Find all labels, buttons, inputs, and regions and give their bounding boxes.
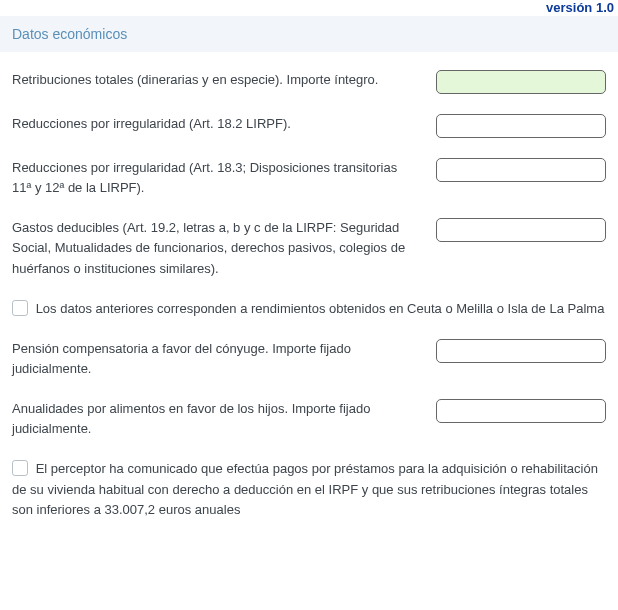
row-anualidades: Anualidades por alimentos en favor de lo…: [0, 393, 618, 453]
version-label: versión 1.0: [546, 0, 614, 15]
row-reducciones-182: Reducciones por irregularidad (Art. 18.2…: [0, 108, 618, 152]
label-pension-comp: Pensión compensatoria a favor del cónyug…: [12, 339, 416, 379]
label-checkbox-prestamos: El perceptor ha comunicado que efectúa p…: [12, 461, 598, 516]
label-retribuciones: Retribuciones totales (dinerarias y en e…: [12, 70, 416, 90]
label-reducciones-182: Reducciones por irregularidad (Art. 18.2…: [12, 114, 416, 134]
input-retribuciones[interactable]: [436, 70, 606, 94]
label-gastos-deducibles: Gastos deducibles (Art. 19.2, letras a, …: [12, 218, 416, 278]
checkbox-ceuta-melilla[interactable]: [12, 300, 28, 316]
row-retribuciones: Retribuciones totales (dinerarias y en e…: [0, 64, 618, 108]
label-reducciones-183: Reducciones por irregularidad (Art. 18.3…: [12, 158, 416, 198]
label-anualidades: Anualidades por alimentos en favor de lo…: [12, 399, 416, 439]
checkbox-prestamos[interactable]: [12, 460, 28, 476]
input-reducciones-182[interactable]: [436, 114, 606, 138]
input-reducciones-183[interactable]: [436, 158, 606, 182]
row-reducciones-183: Reducciones por irregularidad (Art. 18.3…: [0, 152, 618, 212]
section-header-economicos: Datos económicos: [0, 16, 618, 52]
row-checkbox-prestamos: El perceptor ha comunicado que efectúa p…: [0, 453, 618, 533]
input-pension-comp[interactable]: [436, 339, 606, 363]
row-gastos-deducibles: Gastos deducibles (Art. 19.2, letras a, …: [0, 212, 618, 292]
label-checkbox-ceuta: Los datos anteriores corresponden a rend…: [36, 301, 605, 316]
input-gastos-deducibles[interactable]: [436, 218, 606, 242]
row-pension-comp: Pensión compensatoria a favor del cónyug…: [0, 333, 618, 393]
row-checkbox-ceuta: Los datos anteriores corresponden a rend…: [0, 293, 618, 333]
input-anualidades[interactable]: [436, 399, 606, 423]
